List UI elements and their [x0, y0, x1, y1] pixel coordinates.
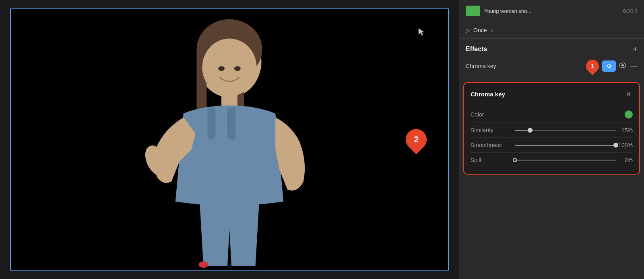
svg-point-11	[198, 261, 208, 268]
annotation-badge-1: 1	[583, 57, 601, 75]
smoothness-slider-track	[515, 145, 616, 146]
chroma-key-label: Chroma key	[466, 63, 583, 69]
cursor-icon	[418, 27, 426, 37]
similarity-slider-container	[515, 130, 616, 131]
smoothness-label: Smoothness	[471, 142, 515, 148]
playback-mode-label: Once	[473, 27, 487, 33]
svg-point-13	[621, 64, 624, 67]
clip-thumbnail	[466, 6, 480, 16]
remove-chroma-key-button[interactable]: —	[630, 62, 638, 71]
similarity-value: 15%	[616, 127, 633, 133]
color-picker-button[interactable]	[625, 110, 633, 119]
spill-value: 0%	[616, 157, 633, 163]
playback-row: ▷ Once ∨	[459, 22, 644, 39]
similarity-param-row: Similarity 15%	[471, 123, 633, 138]
spill-param-row: Spill 0%	[471, 153, 633, 167]
svg-point-6	[218, 66, 225, 71]
smoothness-slider-container	[515, 145, 616, 146]
chroma-key-panel-header: Chroma key ✕	[471, 90, 633, 98]
chroma-key-settings-button[interactable]: ⚙	[602, 60, 616, 72]
similarity-slider-thumb[interactable]	[528, 128, 533, 133]
smoothness-slider-thumb[interactable]	[613, 143, 618, 148]
settings-sliders-icon: ⚙	[607, 63, 612, 69]
add-effect-button[interactable]: +	[633, 45, 638, 53]
effects-title: Effects	[466, 46, 487, 53]
spill-slider-track	[515, 160, 616, 161]
playback-mode-chevron[interactable]: ∨	[491, 28, 494, 33]
chroma-key-effect-row: Chroma key 1 ⚙ —	[466, 58, 638, 74]
effects-header: Effects +	[466, 45, 638, 53]
clip-title: Young woman sho...	[484, 8, 619, 14]
chroma-key-visibility-button[interactable]	[619, 62, 626, 70]
color-param-row: Color	[471, 106, 633, 123]
right-panel: Young woman sho... 0:00.0 ▷ Once ∨ Effec…	[459, 0, 644, 279]
video-frame	[10, 8, 449, 271]
color-label: Color	[471, 111, 515, 118]
smoothness-param-row: Smoothness 100%	[471, 138, 633, 153]
smoothness-value: 100%	[616, 142, 633, 148]
spill-slider-container	[515, 160, 616, 161]
spill-label: Spill	[471, 157, 515, 163]
video-content	[11, 9, 448, 270]
svg-rect-9	[207, 107, 215, 140]
spill-slider-thumb[interactable]	[513, 158, 517, 162]
svg-point-5	[202, 39, 256, 96]
chroma-key-panel: Chroma key ✕ Color Similarity 15% Smooth…	[463, 82, 640, 175]
chroma-key-close-button[interactable]: ✕	[624, 90, 633, 98]
svg-point-7	[234, 66, 241, 71]
similarity-slider-track	[515, 130, 616, 131]
clip-info-bar: Young woman sho... 0:00.0	[459, 0, 644, 22]
preview-panel: 2	[0, 0, 459, 279]
clip-time: 0:00.0	[623, 8, 638, 14]
chroma-key-panel-title: Chroma key	[471, 91, 505, 98]
smoothness-slider-fill	[515, 145, 616, 146]
play-button[interactable]: ▷	[466, 27, 470, 33]
effects-section: Effects + Chroma key 1 ⚙ —	[459, 39, 644, 77]
similarity-label: Similarity	[471, 127, 515, 133]
person-figure	[11, 9, 448, 270]
svg-rect-10	[227, 107, 235, 140]
